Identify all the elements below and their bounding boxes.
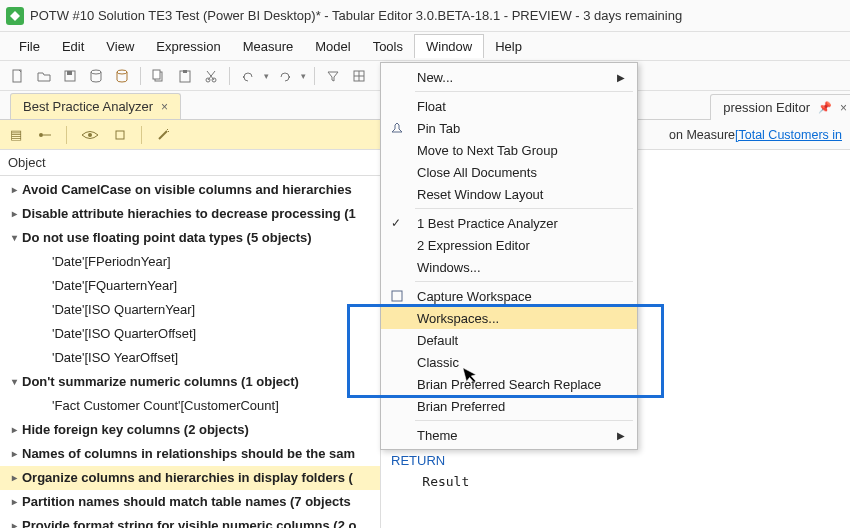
caret-right-icon[interactable]: ▸ [8, 468, 20, 488]
tree-label: Hide foreign key columns (2 objects) [22, 420, 249, 440]
menu-item-default[interactable]: Default [381, 329, 637, 351]
menu-model[interactable]: Model [304, 35, 361, 58]
menu-measure[interactable]: Measure [232, 35, 305, 58]
menu-help[interactable]: Help [484, 35, 533, 58]
database-icon[interactable] [86, 66, 106, 86]
caret-right-icon[interactable]: ▸ [8, 516, 20, 528]
paste-icon[interactable] [175, 66, 195, 86]
filter-icon[interactable] [323, 66, 343, 86]
new-file-icon[interactable] [8, 66, 28, 86]
tree-item[interactable]: 'Date'[FQuarternYear] [0, 274, 380, 298]
menu-item-workspaces[interactable]: Workspaces... [381, 307, 637, 329]
menu-item-new[interactable]: New...▶ [381, 66, 637, 88]
menu-tools[interactable]: Tools [362, 35, 414, 58]
tree-group[interactable]: ▸Organize columns and hierarchies in dis… [0, 466, 380, 490]
menu-item-brian-preferred-search-replace[interactable]: Brian Preferred Search Replace [381, 373, 637, 395]
wand-icon[interactable] [156, 128, 170, 142]
svg-point-13 [88, 133, 92, 137]
tab-close-icon[interactable]: × [161, 100, 168, 114]
left-pane: Object ▸Avoid CamelCase on visible colum… [0, 150, 380, 528]
tree-label: 'Date'[ISO YearOffset] [52, 348, 178, 368]
menu-view[interactable]: View [95, 35, 145, 58]
list-icon[interactable]: ▤ [10, 127, 22, 142]
tree-item[interactable]: 'Date'[ISO YearOffset] [0, 346, 380, 370]
menu-item-capture-workspace[interactable]: Capture Workspace [381, 285, 637, 307]
caret-down-icon[interactable]: ▾ [8, 228, 20, 248]
save-icon[interactable] [60, 66, 80, 86]
copy-icon[interactable] [149, 66, 169, 86]
titlebar: POTW #10 Solution TE3 Test (Power BI Des… [0, 0, 850, 32]
column-header-object[interactable]: Object [0, 150, 380, 176]
window-menu-dropdown[interactable]: New...▶FloatPin TabMove to Next Tab Grou… [380, 62, 638, 450]
menu-item-label: 2 Expression Editor [417, 238, 530, 253]
caret-down-icon[interactable]: ▾ [8, 372, 20, 392]
menu-item-float[interactable]: Float [381, 95, 637, 117]
menu-item-pin-tab[interactable]: Pin Tab [381, 117, 637, 139]
menu-item-windows[interactable]: Windows... [381, 256, 637, 278]
check-icon: ✓ [391, 216, 401, 230]
svg-rect-2 [67, 71, 72, 75]
tree-group[interactable]: ▾Do not use floating point data types (5… [0, 226, 380, 250]
menu-item-label: Reset Window Layout [417, 187, 543, 202]
menu-file[interactable]: File [8, 35, 51, 58]
tree-label: Avoid CamelCase on visible columns and h… [22, 180, 352, 200]
tree-label: Names of columns in relationships should… [22, 444, 355, 464]
menu-item-label: Windows... [417, 260, 481, 275]
svg-point-12 [39, 133, 43, 137]
tree-group[interactable]: ▾Don't summarize numeric columns (1 obje… [0, 370, 380, 394]
measure-link[interactable]: [Total Customers in [735, 128, 842, 142]
caret-right-icon[interactable]: ▸ [8, 180, 20, 200]
menu-item-theme[interactable]: Theme▶ [381, 424, 637, 446]
tree-group[interactable]: ▸Partition names should match table name… [0, 490, 380, 514]
menubar: FileEditViewExpressionMeasureModelToolsW… [0, 32, 850, 61]
tree-group[interactable]: ▸Hide foreign key columns (2 objects) [0, 418, 380, 442]
tab-expression-editor[interactable]: pression Editor 📌 × [710, 94, 850, 120]
svg-point-3 [91, 70, 101, 74]
tree-label: Don't summarize numeric columns (1 objec… [22, 372, 299, 392]
menu-item-classic[interactable]: Classic [381, 351, 637, 373]
window-title: POTW #10 Solution TE3 Test (Power BI Des… [30, 8, 682, 23]
tab-close-icon[interactable]: × [840, 101, 847, 115]
menu-expression[interactable]: Expression [145, 35, 231, 58]
menu-item-close-all-documents[interactable]: Close All Documents [381, 161, 637, 183]
tree-label: Partition names should match table names… [22, 492, 351, 512]
redo-icon[interactable] [275, 66, 295, 86]
caret-right-icon[interactable]: ▸ [8, 492, 20, 512]
tool-icon[interactable] [113, 128, 127, 142]
tree-group[interactable]: ▸Disable attribute hierachies to decreas… [0, 202, 380, 226]
tree-item[interactable]: 'Fact Customer Count'[CustomerCount] [0, 394, 380, 418]
menu-item-brian-preferred[interactable]: Brian Preferred [381, 395, 637, 417]
menu-item-label: Close All Documents [417, 165, 537, 180]
caret-right-icon[interactable]: ▸ [8, 444, 20, 464]
caret-right-icon[interactable]: ▸ [8, 204, 20, 224]
menu-edit[interactable]: Edit [51, 35, 95, 58]
tree-group[interactable]: ▸Names of columns in relationships shoul… [0, 442, 380, 466]
tree-label: 'Date'[ISO QuarternYear] [52, 300, 195, 320]
tree-item[interactable]: 'Date'[ISO QuarterOffset] [0, 322, 380, 346]
cut-icon[interactable] [201, 66, 221, 86]
tree-group[interactable]: ▸Provide format string for visible numer… [0, 514, 380, 528]
menu-item-label: Brian Preferred Search Replace [417, 377, 601, 392]
menu-item-1-best-practice-analyzer[interactable]: ✓1 Best Practice Analyzer [381, 212, 637, 234]
tree-item[interactable]: 'Date'[ISO QuarternYear] [0, 298, 380, 322]
menu-item-2-expression-editor[interactable]: 2 Expression Editor [381, 234, 637, 256]
tab-best-practice-analyzer[interactable]: Best Practice Analyzer × [10, 93, 181, 119]
connect-icon[interactable] [112, 66, 132, 86]
tree-group[interactable]: ▸Avoid CamelCase on visible columns and … [0, 178, 380, 202]
grid-icon[interactable] [349, 66, 369, 86]
menu-window[interactable]: Window [414, 34, 484, 58]
menu-item-reset-window-layout[interactable]: Reset Window Layout [381, 183, 637, 205]
undo-icon[interactable] [238, 66, 258, 86]
menu-item-label: Workspaces... [417, 311, 499, 326]
tree-label: Do not use floating point data types (5 … [22, 228, 312, 248]
tree-item[interactable]: 'Date'[FPeriodnYear] [0, 250, 380, 274]
menu-item-label: New... [417, 70, 453, 85]
toggle-icon[interactable] [36, 130, 52, 140]
caret-right-icon[interactable]: ▸ [8, 420, 20, 440]
menu-separator [415, 281, 633, 282]
menu-separator [415, 208, 633, 209]
left-panel-toolbar: ▤ [0, 120, 380, 150]
open-icon[interactable] [34, 66, 54, 86]
eye-icon[interactable] [81, 130, 99, 140]
menu-item-move-to-next-tab-group[interactable]: Move to Next Tab Group [381, 139, 637, 161]
